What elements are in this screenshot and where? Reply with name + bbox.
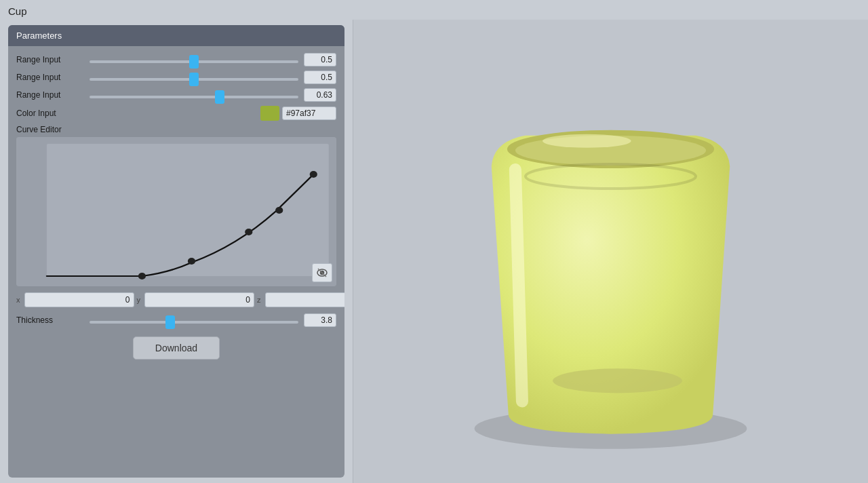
range-slider-container-1 — [90, 55, 298, 65]
download-button[interactable]: Download — [133, 336, 220, 360]
svg-point-2 — [138, 273, 146, 279]
range-slider-3[interactable] — [90, 96, 298, 98]
parameters-header: Parameters — [8, 25, 344, 46]
app-title: Cup — [0, 0, 868, 20]
thickness-label: Thickness — [16, 315, 84, 325]
range-label-3: Range Input — [16, 90, 84, 100]
curve-x-input[interactable] — [24, 292, 134, 307]
curve-y-label: y — [137, 296, 141, 304]
color-input-row: Color Input — [16, 106, 336, 121]
range-slider-container-3 — [90, 90, 298, 100]
range-input-row-2: Range Input — [16, 71, 336, 84]
svg-point-6 — [310, 171, 317, 178]
curve-z-input[interactable] — [265, 292, 345, 307]
range-value-3[interactable] — [304, 88, 336, 102]
range-slider-2[interactable] — [90, 78, 298, 81]
cup-3d-view — [353, 20, 868, 483]
curve-editor-label: Curve Editor — [16, 125, 336, 134]
curve-svg — [16, 137, 336, 286]
curve-editor-area[interactable] — [16, 137, 336, 286]
svg-point-3 — [188, 258, 195, 265]
range-input-row-1: Range Input — [16, 53, 336, 66]
svg-point-19 — [553, 368, 682, 393]
range-slider-container-2 — [90, 73, 298, 83]
thickness-value[interactable] — [304, 313, 336, 327]
range-slider-1[interactable] — [90, 60, 298, 63]
color-swatch[interactable] — [260, 106, 279, 121]
range-label-2: Range Input — [16, 73, 84, 82]
curve-y-input[interactable] — [144, 292, 254, 307]
parameters-panel: Parameters Range Input Range Input — [8, 25, 344, 478]
range-value-1[interactable] — [304, 53, 336, 66]
thickness-slider[interactable] — [90, 321, 298, 324]
svg-rect-1 — [47, 144, 329, 276]
thickness-row: Thickness — [16, 313, 336, 327]
svg-point-20 — [542, 134, 631, 148]
color-label: Color Input — [16, 109, 84, 118]
svg-point-5 — [275, 207, 283, 214]
curve-x-label: x — [16, 296, 20, 304]
curve-controls: x y z — [16, 290, 336, 309]
curve-visibility-btn[interactable] — [312, 263, 332, 282]
3d-preview-panel — [353, 20, 868, 483]
svg-point-4 — [245, 229, 252, 235]
range-input-row-3: Range Input — [16, 88, 336, 102]
curve-z-label: z — [257, 296, 261, 304]
parameters-body: Range Input Range Input Range In — [8, 46, 344, 366]
range-value-2[interactable] — [304, 71, 336, 84]
range-label-1: Range Input — [16, 55, 84, 64]
left-panel: Parameters Range Input Range Input — [0, 20, 353, 483]
thickness-slider-container — [90, 315, 298, 326]
color-value-input[interactable] — [282, 107, 336, 120]
